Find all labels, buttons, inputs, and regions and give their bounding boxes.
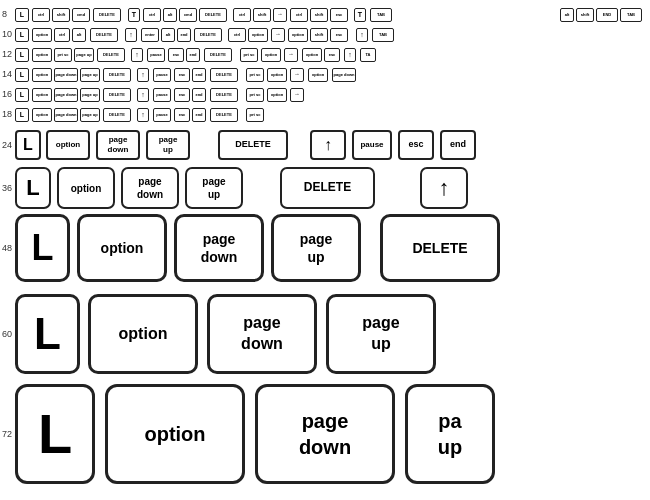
key-option[interactable]: option xyxy=(32,88,52,102)
key-delete[interactable]: DELETE xyxy=(380,214,500,282)
key-option[interactable]: option xyxy=(267,68,287,82)
key-l[interactable]: L xyxy=(15,294,80,374)
key-pa-up[interactable]: pa up xyxy=(405,384,495,484)
key-l[interactable]: L xyxy=(15,8,29,22)
key-delete[interactable]: DELETE xyxy=(90,28,118,42)
key-option[interactable]: option xyxy=(57,167,115,209)
key-esc[interactable]: esc xyxy=(324,48,340,62)
key-ctrl[interactable]: ctrl xyxy=(290,8,308,22)
key-l[interactable]: L xyxy=(15,384,95,484)
key-↑[interactable]: ↑ xyxy=(344,48,356,62)
key-page-down[interactable]: page down xyxy=(121,167,179,209)
key-delete[interactable]: DELETE xyxy=(280,167,375,209)
key-enter[interactable]: enter xyxy=(141,28,159,42)
key-→[interactable]: → xyxy=(271,28,285,42)
key-cmd[interactable]: cmd xyxy=(72,8,90,22)
key-↑[interactable]: ↑ xyxy=(137,68,149,82)
key-ctrl[interactable]: ctrl xyxy=(233,8,251,22)
key-cmd[interactable]: cmd xyxy=(179,8,197,22)
key-page-down[interactable]: page down xyxy=(54,68,78,82)
key-esc[interactable]: esc xyxy=(168,48,184,62)
key-option[interactable]: option xyxy=(105,384,245,484)
key-↑[interactable]: ↑ xyxy=(420,167,468,209)
key-delete[interactable]: DELETE xyxy=(103,88,131,102)
key-page-up[interactable]: page up xyxy=(271,214,361,282)
key-page-down[interactable]: page down xyxy=(255,384,395,484)
key-l[interactable]: L xyxy=(15,88,29,102)
key-l[interactable]: L xyxy=(15,214,70,282)
key-esc[interactable]: esc xyxy=(330,28,348,42)
key-option[interactable]: option xyxy=(88,294,198,374)
key-option[interactable]: option xyxy=(32,48,52,62)
key-→[interactable]: → xyxy=(284,48,298,62)
key-delete[interactable]: DELETE xyxy=(97,48,125,62)
key-l[interactable]: L xyxy=(15,68,29,82)
key-esc[interactable]: esc xyxy=(398,130,434,160)
key-end[interactable]: end xyxy=(192,108,206,122)
key-prt-sc[interactable]: prt sc xyxy=(246,88,264,102)
key-page-down[interactable]: page down xyxy=(174,214,264,282)
key-l[interactable]: L xyxy=(15,48,29,62)
key-page-up[interactable]: page up xyxy=(74,48,94,62)
key-ta[interactable]: TA xyxy=(360,48,376,62)
key-→[interactable]: → xyxy=(290,88,304,102)
key-page-down[interactable]: page down xyxy=(54,88,78,102)
key-end[interactable]: end xyxy=(186,48,200,62)
key-l[interactable]: L xyxy=(15,28,29,42)
key-prt-sc[interactable]: prt sc xyxy=(246,68,264,82)
key-page-up[interactable]: page up xyxy=(80,68,100,82)
key-→[interactable]: → xyxy=(290,68,304,82)
key-delete[interactable]: DELETE xyxy=(210,108,238,122)
key-alt[interactable]: alt xyxy=(163,8,177,22)
key-end[interactable]: END xyxy=(596,8,618,22)
key-delete[interactable]: DELETE xyxy=(210,68,238,82)
key-↑[interactable]: ↑ xyxy=(356,28,368,42)
key-tab[interactable]: TAB xyxy=(620,8,642,22)
key-end[interactable]: end xyxy=(440,130,476,160)
key-page-down[interactable]: page down xyxy=(96,130,140,160)
key-option[interactable]: option xyxy=(302,48,322,62)
key-option[interactable]: option xyxy=(32,28,52,42)
key-prt-sc[interactable]: prt sc xyxy=(246,108,264,122)
key-page-down[interactable]: page down xyxy=(332,68,356,82)
key-option[interactable]: option xyxy=(77,214,167,282)
key-↑[interactable]: ↑ xyxy=(125,28,137,42)
key-shift[interactable]: shift xyxy=(310,28,328,42)
key-pause[interactable]: pause xyxy=(147,48,165,62)
key-option[interactable]: option xyxy=(248,28,268,42)
key-↑[interactable]: ↑ xyxy=(131,48,143,62)
key-option[interactable]: option xyxy=(32,108,52,122)
key-page-down[interactable]: page down xyxy=(207,294,317,374)
key-alt[interactable]: alt xyxy=(560,8,574,22)
key-alt[interactable]: alt xyxy=(161,28,175,42)
key-delete[interactable]: DELETE xyxy=(210,88,238,102)
key-delete[interactable]: DELETE xyxy=(103,68,131,82)
key-↑[interactable]: ↑ xyxy=(310,130,346,160)
key-end[interactable]: end xyxy=(177,28,191,42)
key-page-up[interactable]: page up xyxy=(80,108,100,122)
key-esc[interactable]: esc xyxy=(330,8,348,22)
key-↑[interactable]: ↑ xyxy=(137,88,149,102)
key-pause[interactable]: pause xyxy=(153,108,171,122)
key-↑[interactable]: ↑ xyxy=(137,108,149,122)
key-prt-sc[interactable]: prt sc xyxy=(54,48,72,62)
key-ctrl[interactable]: ctrl xyxy=(54,28,70,42)
key-option[interactable]: option xyxy=(32,68,52,82)
key-page-up[interactable]: page up xyxy=(146,130,190,160)
key-l[interactable]: L xyxy=(15,130,41,160)
key-option[interactable]: option xyxy=(288,28,308,42)
key-ctrl[interactable]: ctrl xyxy=(32,8,50,22)
key-t[interactable]: T xyxy=(354,8,366,22)
key-option[interactable]: option xyxy=(261,48,281,62)
key-option[interactable]: option xyxy=(267,88,287,102)
key-alt[interactable]: alt xyxy=(72,28,86,42)
key-pause[interactable]: pause xyxy=(153,88,171,102)
key-l[interactable]: L xyxy=(15,108,29,122)
key-pause[interactable]: pause xyxy=(352,130,392,160)
key-→[interactable]: → xyxy=(273,8,287,22)
key-t[interactable]: T xyxy=(128,8,140,22)
key-delete[interactable]: DELETE xyxy=(204,48,232,62)
key-shift[interactable]: shift xyxy=(52,8,70,22)
key-tab[interactable]: TAB xyxy=(370,8,392,22)
key-page-up[interactable]: page up xyxy=(80,88,100,102)
